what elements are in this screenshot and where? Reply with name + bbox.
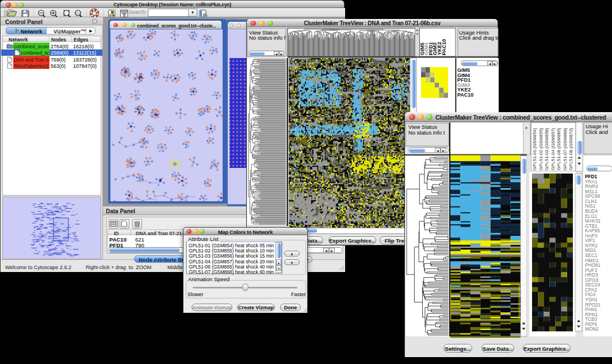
- svg-text:MON2: MON2: [585, 326, 599, 332]
- svg-text:GPL51-08 (GSM872): GPL51-08 (GSM872): [568, 128, 573, 170]
- svg-text:GPL51-06 (GSM865): GPL51-06 (GSM865): [556, 128, 561, 170]
- svg-text:GPL51-04 (GSM857): GPL51-04 (GSM857): [550, 128, 556, 170]
- svg-text:GPL51-02 (GSM855): GPL51-02 (GSM855): [538, 128, 544, 170]
- svg-text:GPL51-01 (GSM854): GPL51-01 (GSM854): [532, 128, 537, 170]
- svg-text:GPL51-03 (GSM856): GPL51-03 (GSM856): [544, 128, 549, 170]
- svg-text:1:1: 1:1: [76, 12, 80, 15]
- svg-text:PAC10: PAC10: [441, 39, 447, 55]
- svg-text:PAC10: PAC10: [457, 92, 473, 98]
- svg-text:GPL51-07 (GSM868): GPL51-07 (GSM868): [563, 128, 568, 170]
